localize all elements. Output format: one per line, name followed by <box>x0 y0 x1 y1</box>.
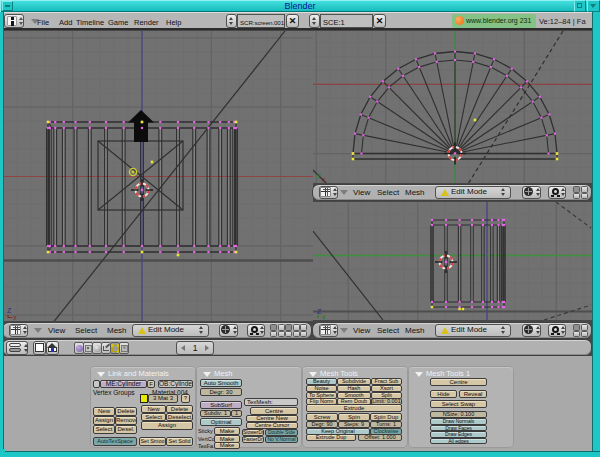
svg-text:Z: Z <box>7 307 12 314</box>
svg-text:y: y <box>322 313 326 320</box>
svg-text:y: y <box>317 171 321 179</box>
svg-text:x: x <box>322 176 326 183</box>
svg-text:x: x <box>13 314 17 321</box>
